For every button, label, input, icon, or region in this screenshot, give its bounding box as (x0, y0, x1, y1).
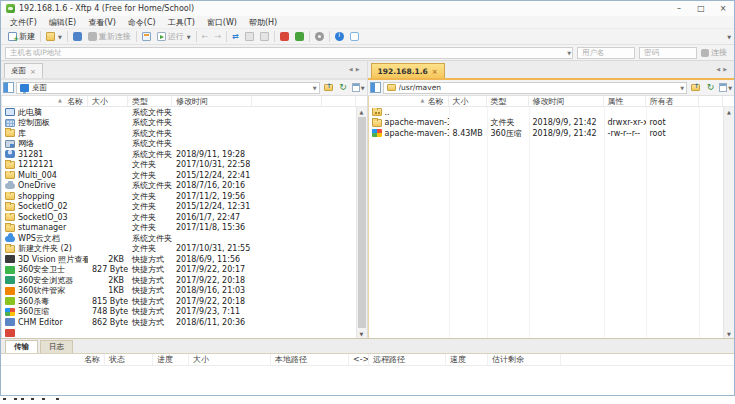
file-row[interactable]: .. (369, 107, 724, 118)
file-row[interactable]: WPS云文档 系统文件夹 (2, 233, 356, 244)
refresh-button[interactable] (337, 81, 350, 94)
connect-all-button[interactable] (292, 30, 307, 44)
file-row[interactable]: 1212121 文件夹 2017/10/31, 22:58 (2, 160, 356, 171)
views-button[interactable]: ▼ (352, 81, 365, 94)
column-header[interactable]: 状态 (105, 354, 153, 365)
menu-item[interactable]: 窗口(W) (201, 17, 243, 28)
back-button[interactable]: ← (199, 30, 212, 44)
file-row[interactable]: Multi_004 文件夹 2015/12/24, 22:41 (2, 170, 356, 181)
file-row[interactable]: SocketIO_02 文件夹 2015/12/24, 12:31 (2, 202, 356, 213)
file-row[interactable]: CHM Editor 862 Bytes 快捷方式 2018/6/11, 20:… (2, 317, 356, 328)
scroll-up-icon[interactable] (724, 107, 734, 116)
host-input[interactable] (5, 47, 573, 59)
column-header[interactable]: 名称 (1, 354, 105, 365)
local-tab[interactable]: 桌面 (4, 63, 43, 78)
column-header[interactable]: 估计剩余 (488, 354, 561, 365)
column-header[interactable]: <-> (349, 354, 369, 365)
up-directory-button[interactable] (689, 81, 702, 94)
local-path-combo[interactable]: 桌面 ▼ (16, 82, 320, 94)
forward-button[interactable]: → (211, 30, 224, 44)
file-row[interactable]: 360安全卫士 827 Bytes 快捷方式 2017/9/22, 20:17 (2, 265, 356, 276)
folder-up-icon (324, 84, 333, 91)
file-row[interactable]: 31281 系统文件夹 2018/9/11, 19:28 (2, 149, 356, 160)
menu-item[interactable]: 命令(C) (122, 17, 162, 28)
options-button[interactable] (312, 30, 327, 44)
sidebar-toggle-icon[interactable] (3, 82, 14, 93)
feedback-button[interactable] (347, 30, 362, 44)
schedule-button[interactable] (139, 30, 154, 44)
file-row[interactable]: 控制面板 系统文件夹 (2, 118, 356, 129)
menu-item[interactable]: 查看(V) (82, 17, 122, 28)
maximize-button[interactable] (690, 1, 712, 16)
file-row[interactable]: apache-maven-3.5.4 文件夹 2018/9/9, 21:42 d… (369, 118, 724, 129)
views-button[interactable]: ▼ (719, 81, 732, 94)
copy-button[interactable] (242, 30, 257, 44)
scroll-down-icon[interactable] (724, 329, 734, 338)
file-row[interactable]: 360软件管家 1KB 快捷方式 2018/9/16, 21:03 (2, 286, 356, 297)
up-directory-button[interactable] (322, 81, 335, 94)
sidebar-toggle-icon[interactable] (370, 82, 381, 93)
open-session-button[interactable]: ▼ (43, 30, 65, 44)
menu-item[interactable]: 帮助(H) (243, 17, 283, 28)
local-scrollbar[interactable] (356, 107, 367, 338)
file-row[interactable]: apache-maven-3.5... 8.43MB 360压缩 2018/9/… (369, 128, 724, 139)
refresh-button[interactable] (704, 81, 717, 94)
file-row[interactable]: 360杀毒 815 Bytes 快捷方式 2017/9/22, 20:18 (2, 296, 356, 307)
tab-scroll-left-icon[interactable] (349, 66, 356, 72)
file-row[interactable]: 360安全浏览器 2KB 快捷方式 2017/9/22, 20:18 (2, 275, 356, 286)
scrollbar-thumb[interactable] (358, 117, 366, 328)
tab-transfer[interactable]: 传输 (5, 340, 38, 353)
tab-scroll-right-icon[interactable] (356, 66, 363, 72)
column-header[interactable]: 远程路径 (369, 354, 446, 365)
file-row[interactable]: 此电脑 系统文件夹 (2, 107, 356, 118)
reconnect-button[interactable]: 重新连接 (85, 30, 134, 44)
help-button[interactable] (332, 30, 347, 44)
tab-log[interactable]: 日志 (40, 340, 73, 353)
new-session-button[interactable]: 新建 (5, 30, 38, 44)
host-dropdown-icon[interactable]: ▼ (567, 50, 571, 56)
menu-item[interactable]: 文件(F) (4, 17, 43, 28)
quick-connect-button[interactable]: 连接 (701, 47, 727, 58)
scroll-down-icon[interactable] (357, 329, 367, 338)
username-input[interactable] (577, 47, 635, 59)
toolbar-overflow-button[interactable]: ▼ (727, 34, 731, 40)
file-row[interactable]: 网络 系统文件夹 (2, 139, 356, 150)
minimize-button[interactable] (668, 1, 690, 16)
file-row[interactable]: shopping 文件夹 2017/11/2, 19:56 (2, 191, 356, 202)
run-button[interactable]: 运行 ▼ (154, 30, 194, 44)
tab-close-icon[interactable] (30, 67, 36, 76)
column-header[interactable]: 进度 (153, 354, 189, 365)
tab-close-icon[interactable] (432, 67, 438, 76)
menu-item[interactable]: 编辑(E) (43, 17, 82, 28)
file-row[interactable]: SocketIO_03 文件夹 2016/1/7, 22:47 (2, 212, 356, 223)
file-row[interactable] (2, 328, 356, 339)
remote-tab[interactable]: 192.168.1.6 (371, 63, 445, 78)
sort-ascending-icon (58, 97, 361, 103)
file-row[interactable]: 360压缩 748 Bytes 快捷方式 2017/9/23, 7:11 (2, 307, 356, 318)
chevron-down-icon[interactable]: ▼ (680, 85, 684, 91)
menu-item[interactable]: 工具(T) (162, 17, 201, 28)
file-row[interactable]: 3D Vision 照片查看器 2KB 快捷方式 2018/6/9, 11:56 (2, 254, 356, 265)
file-row[interactable]: OneDrive 系统文件夹 2018/7/16, 20:16 (2, 181, 356, 192)
file-icon (5, 329, 15, 337)
scroll-up-icon[interactable] (357, 107, 367, 116)
close-button[interactable] (712, 1, 734, 16)
password-input[interactable] (639, 47, 697, 59)
file-row[interactable]: stumanager 文件夹 2017/11/8, 15:36 (2, 223, 356, 234)
chevron-down-icon[interactable]: ▼ (313, 85, 317, 91)
column-header[interactable]: 大小 (189, 354, 271, 365)
remote-rows: .. apache-maven-3.5.4 文件夹 (369, 107, 724, 338)
remote-scrollbar[interactable] (723, 107, 734, 338)
file-row[interactable]: 库 系统文件夹 (2, 128, 356, 139)
column-header[interactable]: 速度 (446, 354, 488, 365)
file-row[interactable]: 新建文件夹 (2) 文件夹 2017/10/31, 21:55 (2, 244, 356, 255)
column-header[interactable]: 本地路径 (271, 354, 349, 365)
remote-path-combo[interactable]: /usr/maven ▼ (383, 82, 688, 94)
chat-bubble-icon (350, 32, 359, 41)
synchronize-button[interactable]: ⇄ (229, 30, 242, 44)
disconnect-button[interactable] (277, 30, 292, 44)
connect-button[interactable] (70, 30, 85, 44)
paste-button[interactable] (257, 30, 272, 44)
tab-scroll-right-icon[interactable] (723, 66, 730, 72)
back-arrow-icon: ← (202, 32, 209, 41)
